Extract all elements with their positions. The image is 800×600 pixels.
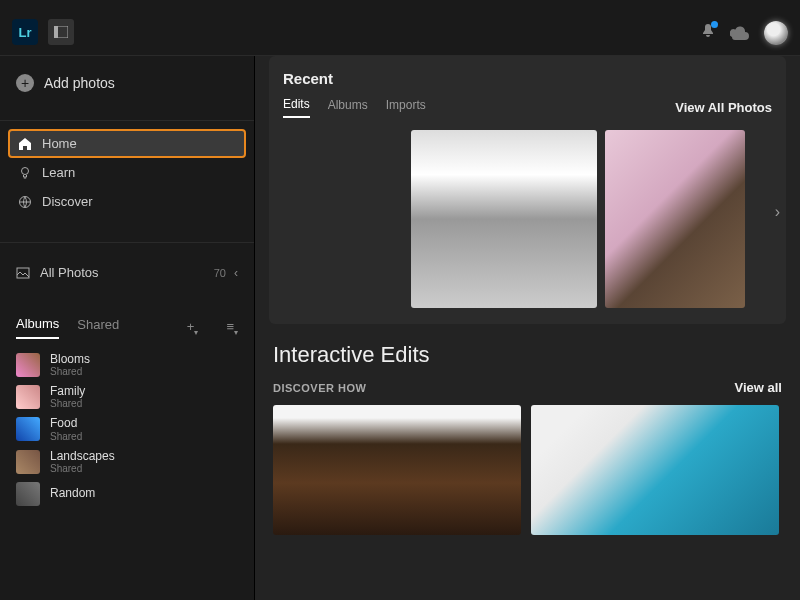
notifications-button[interactable] (700, 23, 716, 43)
recent-title: Recent (283, 70, 772, 87)
interactive-thumb-1[interactable] (273, 405, 521, 535)
album-item-blooms[interactable]: BloomsShared (10, 349, 244, 381)
nav-learn[interactable]: Learn (8, 158, 246, 187)
interactive-edits-title: Interactive Edits (273, 342, 782, 368)
album-name: Food (50, 417, 82, 430)
album-item-family[interactable]: FamilyShared (10, 381, 244, 413)
album-item-random[interactable]: Random (10, 478, 244, 510)
svg-rect-1 (54, 26, 58, 38)
album-sub: Shared (50, 463, 115, 474)
recent-tab-edits[interactable]: Edits (283, 97, 310, 118)
album-thumb (16, 482, 40, 506)
discover-how-label: DISCOVER HOW (273, 382, 366, 394)
recent-thumb-3[interactable] (605, 130, 745, 308)
nav-discover[interactable]: Discover (8, 187, 246, 216)
album-name: Landscapes (50, 450, 115, 463)
recent-tab-albums[interactable]: Albums (328, 98, 368, 117)
album-name: Blooms (50, 353, 90, 366)
recent-thumb-2[interactable] (411, 130, 597, 308)
nav-label: Discover (42, 194, 93, 209)
album-name: Random (50, 487, 95, 500)
notification-badge (711, 21, 718, 28)
all-photos-row[interactable]: All Photos 70 ‹ (0, 242, 254, 290)
svg-point-2 (22, 167, 29, 174)
sidebar: + Add photos Home Learn Discover All Pho… (0, 56, 255, 600)
user-avatar[interactable] (764, 21, 788, 45)
app-logo[interactable]: Lr (12, 19, 38, 45)
globe-icon (18, 195, 32, 209)
tab-shared[interactable]: Shared (77, 317, 119, 338)
recent-panel: Recent Edits Albums Imports View All Pho… (269, 56, 786, 324)
all-photos-label: All Photos (40, 265, 99, 280)
panel-toggle-button[interactable] (48, 19, 74, 45)
recent-thumb-1[interactable] (283, 130, 403, 308)
album-item-food[interactable]: FoodShared (10, 413, 244, 445)
nav-home[interactable]: Home (8, 129, 246, 158)
add-album-button[interactable]: +▾ (187, 319, 199, 337)
album-thumb (16, 385, 40, 409)
interactive-thumb-2[interactable] (531, 405, 779, 535)
album-sub: Shared (50, 398, 85, 409)
album-name: Family (50, 385, 85, 398)
add-photos-label: Add photos (44, 75, 115, 91)
tab-albums[interactable]: Albums (16, 316, 59, 339)
chevron-left-icon: ‹ (234, 266, 238, 280)
carousel-next-button[interactable]: › (775, 203, 780, 221)
album-thumb (16, 450, 40, 474)
album-sub: Shared (50, 431, 82, 442)
add-photos-button[interactable]: + Add photos (0, 64, 254, 102)
cloud-icon[interactable] (730, 26, 750, 40)
all-photos-count: 70 (214, 267, 226, 279)
home-icon (18, 137, 32, 151)
nav-label: Learn (42, 165, 75, 180)
main-content: Recent Edits Albums Imports View All Pho… (255, 56, 800, 600)
recent-tab-imports[interactable]: Imports (386, 98, 426, 117)
view-all-interactive-link[interactable]: View all (735, 380, 782, 395)
album-sub: Shared (50, 366, 90, 377)
album-thumb (16, 353, 40, 377)
album-item-landscapes[interactable]: LandscapesShared (10, 446, 244, 478)
album-thumb (16, 417, 40, 441)
lightbulb-icon (18, 166, 32, 180)
photos-icon (16, 266, 30, 280)
sort-albums-button[interactable]: ≡▾ (226, 319, 238, 337)
plus-circle-icon: + (16, 74, 34, 92)
view-all-photos-link[interactable]: View All Photos (675, 100, 772, 115)
nav-label: Home (42, 136, 77, 151)
